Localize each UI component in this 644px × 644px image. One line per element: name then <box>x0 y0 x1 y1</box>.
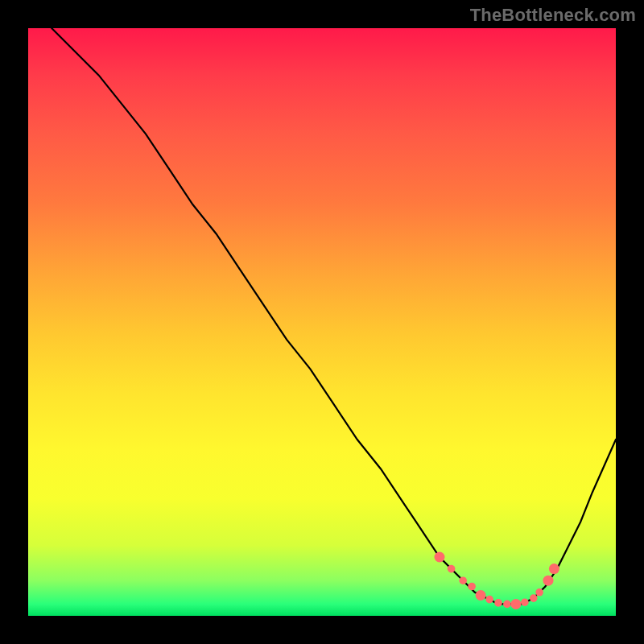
marker-dot <box>485 596 493 604</box>
marker-dot <box>543 576 554 586</box>
highlight-markers <box>435 552 559 609</box>
marker-dot <box>503 601 511 609</box>
marker-dot <box>476 590 486 601</box>
attribution-text: TheBottleneck.com <box>470 5 636 26</box>
marker-dot <box>459 576 467 584</box>
marker-dot <box>521 598 529 606</box>
marker-dot <box>494 599 502 607</box>
marker-dot <box>530 594 538 602</box>
bottleneck-curve <box>52 28 616 604</box>
chart-frame: TheBottleneck.com <box>0 0 644 644</box>
marker-dot <box>448 565 456 573</box>
marker-dot <box>549 564 559 574</box>
marker-dot <box>468 583 476 591</box>
marker-dot <box>535 588 543 597</box>
marker-dot <box>510 599 521 609</box>
chart-svg <box>28 28 616 616</box>
marker-dot <box>435 552 445 563</box>
